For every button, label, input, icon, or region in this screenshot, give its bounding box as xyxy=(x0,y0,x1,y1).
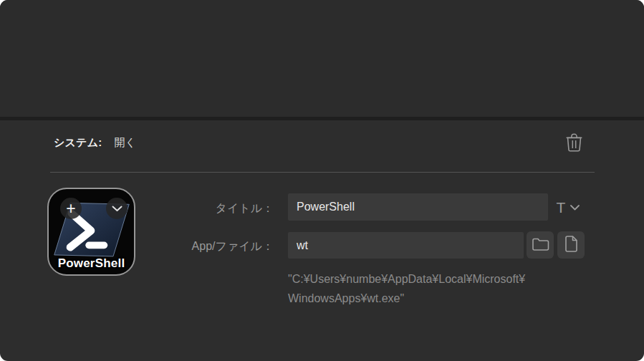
trash-icon xyxy=(566,133,582,154)
chevron-down-icon xyxy=(112,203,122,214)
chevron-down-icon xyxy=(570,202,580,213)
plus-icon: + xyxy=(66,199,75,218)
key-preview-button[interactable]: + PowerShell xyxy=(47,188,135,276)
action-header: システム: 開く xyxy=(54,136,136,150)
key-title-label: PowerShell xyxy=(49,256,134,271)
add-key-button[interactable]: + xyxy=(60,198,82,219)
browse-file-button[interactable] xyxy=(557,231,585,259)
text-format-icon: T xyxy=(557,200,566,215)
app-file-input[interactable] xyxy=(288,232,524,259)
file-icon xyxy=(564,236,578,254)
resolved-path-line1: "C:¥Users¥numbe¥AppData¥Local¥Microsoft¥ xyxy=(288,269,596,289)
app-field-label: App/ファイル： xyxy=(129,239,274,254)
folder-icon xyxy=(532,237,549,254)
panel-divider xyxy=(0,117,644,120)
property-inspector-window: システム: 開く + xyxy=(0,0,644,361)
action-name-label: 開く xyxy=(114,136,135,150)
header-divider xyxy=(50,172,595,173)
canvas-empty-area xyxy=(0,0,644,117)
key-menu-button[interactable] xyxy=(106,198,128,219)
title-input[interactable] xyxy=(288,193,548,221)
resolved-path-line2: WindowsApps¥wt.exe" xyxy=(288,289,596,308)
delete-action-button[interactable] xyxy=(563,133,585,154)
title-field-label: タイトル： xyxy=(129,201,274,216)
title-format-button[interactable]: T xyxy=(551,197,585,217)
resolved-path-text: "C:¥Users¥numbe¥AppData¥Local¥Microsoft¥… xyxy=(288,269,596,308)
browse-folder-button[interactable] xyxy=(527,231,554,259)
action-category-label: システム: xyxy=(54,136,102,150)
